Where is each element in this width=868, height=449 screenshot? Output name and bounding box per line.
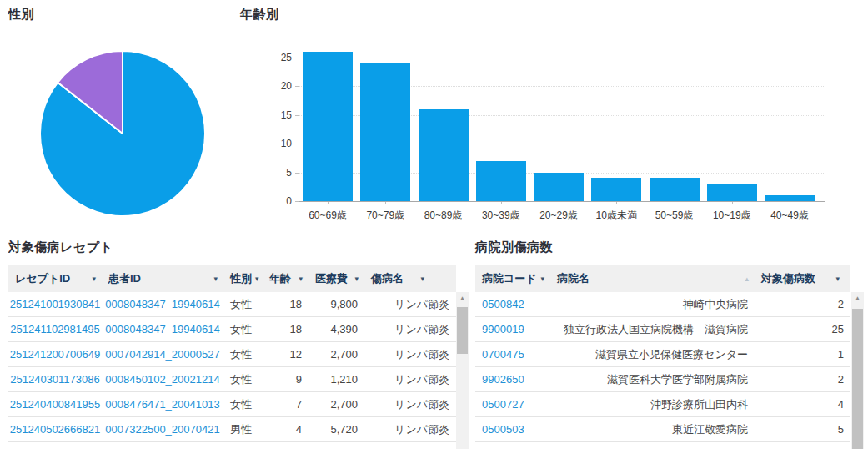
bar-30~39歳[interactable] xyxy=(476,161,526,201)
cell-receipt-id[interactable]: 251241001930841 xyxy=(8,292,102,316)
cell-hospital-code[interactable]: 9900019 xyxy=(475,317,550,341)
column-header-label: 対象傷病数 xyxy=(761,271,815,286)
cell-gender: 女性 xyxy=(223,367,263,391)
hospitals-scrollbar-thumb[interactable] xyxy=(852,309,863,449)
claims-header-row: レセプトID▾患者ID▾性別▾年齢▾医療費▾傷病名▾ xyxy=(8,265,456,292)
x-axis-category-label: 20~29歳 xyxy=(525,209,592,223)
cell-disease-name: リンパ節炎 xyxy=(364,392,456,416)
bar-10~19歳[interactable] xyxy=(707,184,757,201)
claims-row-4[interactable]: 2512403011730860008450102_20021214女性91,2… xyxy=(8,367,456,392)
claims-row-5[interactable]: 2512404008419550008476471_20041013女性72,7… xyxy=(8,392,456,417)
scroll-up-icon[interactable]: ▲ xyxy=(456,292,469,304)
hospitals-row-4[interactable]: 9902650滋賀医科大学医学部附属病院2 xyxy=(475,367,850,392)
column-header-target-disease-count[interactable]: 対象傷病数▾ xyxy=(755,265,850,292)
bar-70~79歳[interactable] xyxy=(360,63,410,201)
cell-hospital-code[interactable]: 0500503 xyxy=(475,417,550,441)
column-header-disease-name[interactable]: 傷病名▾ xyxy=(364,265,456,292)
bar-60~69歳[interactable] xyxy=(303,52,353,201)
y-axis-tick-label: 0 xyxy=(260,195,292,207)
cell-receipt-id[interactable]: 251240502666821 xyxy=(8,417,102,441)
bar-20~29歳[interactable] xyxy=(534,173,584,201)
cell-hospital-code[interactable]: 0500727 xyxy=(475,392,550,416)
column-menu-icon[interactable]: ▾ xyxy=(213,275,218,283)
x-axis-category-label: 80~89歳 xyxy=(410,209,477,223)
cell-target-disease-count: 2 xyxy=(755,292,850,316)
cell-gender: 男性 xyxy=(223,417,263,441)
y-axis-tick-label: 20 xyxy=(260,80,292,92)
column-menu-icon[interactable]: ▾ xyxy=(540,275,544,283)
cell-age: 4 xyxy=(263,417,309,441)
bar-50~59歳[interactable] xyxy=(650,178,700,201)
cell-patient-id[interactable]: 0008476471_20041013 xyxy=(102,392,223,416)
x-axis-tick-mark xyxy=(559,202,559,204)
scroll-up-icon[interactable]: ▲ xyxy=(851,292,864,304)
hospitals-table-scrollbar[interactable]: ▲ xyxy=(851,292,864,449)
claims-row-2[interactable]: 2512411029814950008048347_19940614女性184,… xyxy=(8,317,456,342)
bar-40~49歳[interactable] xyxy=(765,195,815,201)
cell-medical-cost: 2,700 xyxy=(309,392,364,416)
column-header-receipt-id[interactable]: レセプトID▾ xyxy=(8,265,102,292)
claims-row-3[interactable]: 2512412007006490007042914_20000527女性122,… xyxy=(8,342,456,367)
cell-target-disease-count: 25 xyxy=(755,317,850,341)
cell-patient-id[interactable]: 0008450102_20021214 xyxy=(102,367,223,391)
x-axis-category-label: 10~19歳 xyxy=(699,209,765,223)
column-header-age[interactable]: 年齢▾ xyxy=(263,265,309,292)
column-header-label: 病院コード xyxy=(482,271,537,286)
cell-receipt-id[interactable]: 251240400841955 xyxy=(8,392,102,416)
cell-age: 12 xyxy=(263,342,309,366)
hospitals-header-row: 病院コード▾病院名▴対象傷病数▾ xyxy=(475,265,850,292)
cell-patient-id[interactable]: 0008048347_19940614 xyxy=(102,292,223,316)
hospitals-table: 病院コード▾病院名▴対象傷病数▾0500842神崎中央病院29900019独立行… xyxy=(475,265,850,449)
sort-ascending-icon[interactable]: ▴ xyxy=(745,275,749,283)
x-axis-category-label: 10歳未満 xyxy=(583,209,650,223)
claims-scrollbar-thumb[interactable] xyxy=(457,307,468,354)
x-axis-category-label: 60~69歳 xyxy=(294,209,361,223)
column-header-hospital-name[interactable]: 病院名▴ xyxy=(550,265,755,292)
column-header-hospital-code[interactable]: 病院コード▾ xyxy=(475,265,550,292)
column-header-patient-id[interactable]: 患者ID▾ xyxy=(102,265,223,292)
cell-patient-id[interactable]: 0008048347_19940614 xyxy=(102,317,223,341)
column-header-medical-cost[interactable]: 医療費▾ xyxy=(309,265,364,292)
cell-target-disease-count: 4 xyxy=(755,392,850,416)
gridline-y25 xyxy=(299,58,825,58)
hospitals-row-6[interactable]: 0500503東近江敬愛病院5 xyxy=(475,417,850,442)
cell-receipt-id[interactable]: 251241102981495 xyxy=(8,317,102,341)
column-menu-icon[interactable]: ▾ xyxy=(420,275,424,283)
column-menu-icon[interactable]: ▾ xyxy=(92,275,96,283)
cell-hospital-code[interactable]: 9902650 xyxy=(475,367,550,391)
claims-table-scrollbar[interactable]: ▲ xyxy=(456,292,469,449)
cell-receipt-id[interactable]: 251241200700649 xyxy=(8,342,102,366)
cell-patient-id[interactable]: 0007322500_20070421 xyxy=(102,417,223,441)
cell-receipt-id[interactable]: 251240301173086 xyxy=(8,367,102,391)
bar-80~89歳[interactable] xyxy=(419,109,469,201)
cell-hospital-code[interactable]: 0500842 xyxy=(475,292,550,316)
hospitals-row-5[interactable]: 0500727沖野診療所山田内科4 xyxy=(475,392,850,417)
x-axis-category-label: 50~59歳 xyxy=(641,209,708,223)
column-header-gender[interactable]: 性別▾ xyxy=(223,265,263,292)
column-header-label: 患者ID xyxy=(108,271,141,286)
hospitals-row-1[interactable]: 0500842神崎中央病院2 xyxy=(475,292,850,317)
claims-row-6[interactable]: 2512405026668210007322500_20070421男性45,7… xyxy=(8,417,456,442)
cell-target-disease-count: 2 xyxy=(755,367,850,391)
cell-disease-name: リンパ節炎 xyxy=(364,292,456,316)
cell-patient-id[interactable]: 0007042914_20000527 xyxy=(102,342,223,366)
x-axis-category-label: 40~49歳 xyxy=(756,209,823,223)
column-menu-icon[interactable]: ▾ xyxy=(299,275,303,283)
column-menu-icon[interactable]: ▾ xyxy=(835,275,840,283)
cell-disease-name: リンパ節炎 xyxy=(364,417,456,441)
cell-medical-cost: 5,720 xyxy=(309,417,364,441)
bar-10歳未満[interactable] xyxy=(591,178,641,201)
cell-hospital-name: 独立行政法人国立病院機構 滋賀病院 xyxy=(550,317,755,341)
cell-disease-name: リンパ節炎 xyxy=(364,342,456,366)
x-axis-tick-mark xyxy=(328,202,329,204)
hospitals-row-3[interactable]: 0700475滋賀県立小児保健医療センター1 xyxy=(475,342,850,367)
x-axis-tick-mark xyxy=(616,202,617,204)
column-menu-icon[interactable]: ▾ xyxy=(354,275,359,283)
hospitals-table-title: 病院別傷病数 xyxy=(475,240,553,255)
cell-hospital-code[interactable]: 0700475 xyxy=(475,342,550,366)
claims-row-1[interactable]: 2512410019308410008048347_19940614女性189,… xyxy=(8,292,456,317)
cell-age: 9 xyxy=(263,367,309,391)
bar-chart-title: 年齢別 xyxy=(240,7,279,23)
column-menu-icon[interactable]: ▾ xyxy=(255,275,259,283)
hospitals-row-2[interactable]: 9900019独立行政法人国立病院機構 滋賀病院25 xyxy=(475,317,850,342)
